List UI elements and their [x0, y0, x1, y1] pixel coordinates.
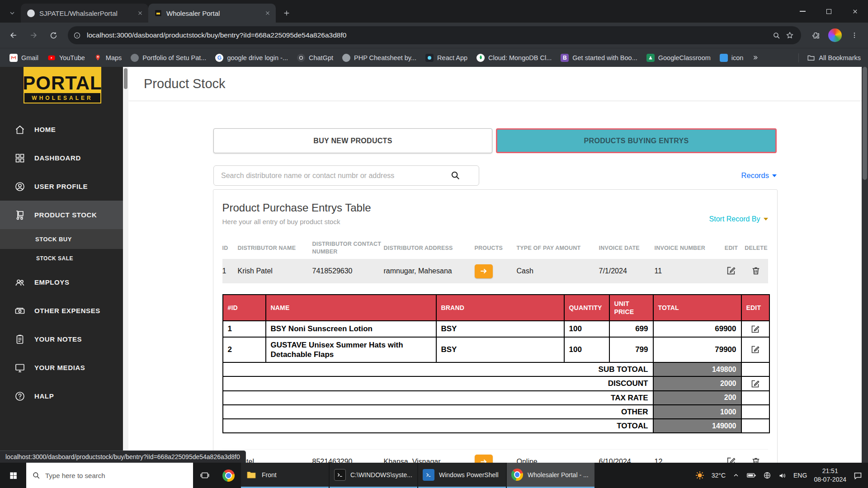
globe-favicon: [342, 54, 350, 62]
action-center-icon[interactable]: [853, 471, 863, 480]
page-scrollbar-track[interactable]: [862, 67, 868, 463]
taskbar-search[interactable]: Type here to search: [26, 463, 193, 488]
page-scrollbar-thumb[interactable]: [863, 67, 867, 180]
bookmark-icon[interactable]: icon: [716, 52, 748, 64]
bookmark-gmail[interactable]: Gmail: [5, 52, 42, 64]
battery-icon[interactable]: [746, 470, 756, 480]
content-scrollbar-thumb[interactable]: [124, 68, 127, 89]
github-favicon: [27, 9, 35, 17]
show-products-button[interactable]: [475, 455, 493, 463]
sidebar-item-your-notes[interactable]: YOUR NOTES: [0, 325, 123, 353]
sidebar-item-user-profile[interactable]: USER PROFILE: [0, 172, 123, 201]
edit-icon[interactable]: [726, 266, 737, 277]
temperature-label[interactable]: 32°C: [712, 472, 726, 479]
taskbar-app-file-explorer[interactable]: Front: [241, 463, 329, 488]
weather-icon[interactable]: [695, 470, 705, 480]
language-indicator[interactable]: ENG: [793, 472, 807, 479]
sidebar-item-employs[interactable]: EMPLOYS: [0, 268, 123, 296]
card-header: Product Purchase Entrys Table Here your …: [222, 202, 768, 225]
maps-favicon: [94, 54, 102, 62]
site-info-icon[interactable]: [70, 28, 84, 42]
taskbar-app-wholesaler-portal[interactable]: Wholesaler Portal - ...: [507, 463, 594, 488]
menu-kebab-icon[interactable]: [845, 26, 863, 44]
back-button[interactable]: [5, 26, 23, 44]
bookmark-google-drive[interactable]: google drive login -...: [211, 52, 292, 64]
task-view-button[interactable]: [193, 463, 217, 488]
bookmark-mongodb[interactable]: Cloud: MongoDB Cl...: [472, 52, 556, 64]
zoom-icon[interactable]: [769, 28, 783, 42]
bookmark-maps[interactable]: Maps: [90, 52, 126, 64]
hand-truck-icon: [14, 210, 25, 221]
volume-icon[interactable]: [778, 471, 787, 480]
search-input[interactable]: [213, 165, 479, 186]
logo-title: PORTAL: [24, 67, 101, 92]
sidebar-item-stock-buy[interactable]: STOCK BUY: [0, 229, 123, 249]
sidebar-item-stock-sale[interactable]: STOCK SALE: [0, 249, 123, 268]
tab-search-chevron-icon[interactable]: [4, 4, 21, 23]
reload-button[interactable]: [44, 26, 62, 44]
profile-avatar[interactable]: [828, 28, 842, 42]
chrome-pinned-icon[interactable]: [217, 463, 240, 488]
bookmark-chatgpt[interactable]: ChatGpt: [293, 52, 337, 64]
chatgpt-favicon: [297, 54, 305, 62]
edit-icon[interactable]: [741, 376, 769, 390]
tab-wholesaler-portal[interactable]: Wholesaler Portal: [148, 4, 276, 23]
content-scrollbar-track[interactable]: [123, 67, 128, 463]
network-globe-icon[interactable]: [763, 471, 771, 479]
chevron-up-icon[interactable]: [732, 472, 740, 479]
extensions-icon[interactable]: [807, 26, 825, 44]
delete-icon[interactable]: [751, 266, 762, 277]
status-url-tooltip: localhost:3000/dasboard/productstock/buy…: [0, 450, 246, 463]
sidebar-item-product-stock[interactable]: PRODUCT STOCK: [0, 201, 123, 229]
divider: [798, 53, 799, 62]
bookmarks-overflow-chevron[interactable]: [748, 54, 762, 61]
bookmark-bootstrap[interactable]: Get started with Boo...: [557, 52, 641, 64]
bookmark-google-classroom[interactable]: GoogleClassroom: [642, 52, 715, 64]
tab-title: SJPATEL/WhalsalerPortal: [39, 9, 131, 17]
buy-new-products-button[interactable]: BUY NEW PRODUCTS: [213, 128, 492, 153]
search-icon[interactable]: [450, 170, 460, 180]
maximize-button[interactable]: [816, 0, 842, 23]
portal-logo: PORTAL WHOLESALER: [24, 67, 101, 103]
tab-close-icon[interactable]: [263, 9, 272, 18]
edit-icon[interactable]: [741, 321, 769, 337]
sidebar-item-your-medias[interactable]: YOUR MEDIAS: [0, 353, 123, 382]
start-button[interactable]: [0, 463, 26, 488]
sidebar-item-halp[interactable]: HALP: [0, 382, 123, 410]
sidebar: PORTAL WHOLESALER HOME DASHBOARD USER PR…: [0, 67, 123, 463]
sidebar-item-other-expenses[interactable]: OTHER EXPENSES: [0, 296, 123, 325]
bookmark-portfolio[interactable]: Portfolio of Setu Pat...: [127, 52, 210, 64]
bookmark-youtube[interactable]: YouTube: [43, 52, 89, 64]
summary-row: OTHER 1000: [223, 405, 769, 419]
google-favicon: [215, 54, 223, 62]
taskbar-app-cmd[interactable]: C:\WINDOWS\syste...: [330, 463, 417, 488]
show-products-button[interactable]: [475, 264, 493, 278]
new-tab-button[interactable]: [278, 5, 295, 21]
bookmark-react-app[interactable]: React App: [421, 52, 472, 64]
minimize-button[interactable]: [789, 0, 816, 23]
close-button[interactable]: [842, 0, 868, 23]
browser-toolbar: localhost:3000/dasboard/productstock/buy…: [0, 23, 868, 48]
powershell-icon: [423, 469, 434, 481]
records-dropdown[interactable]: Records: [741, 171, 777, 180]
products-buying-entries-button[interactable]: PRODUCTS BUYING ENTRYS: [496, 128, 777, 153]
bookmark-star-icon[interactable]: [783, 28, 797, 42]
sort-record-dropdown[interactable]: Stort Record By: [709, 215, 768, 223]
forward-button[interactable]: [24, 26, 42, 44]
all-bookmarks-button[interactable]: All Bookmarks: [794, 53, 863, 62]
tab-github-repo[interactable]: SJPATEL/WhalsalerPortal: [21, 4, 148, 23]
sidebar-item-dashboard[interactable]: DASHBOARD: [0, 144, 123, 172]
bookmark-php-cheatsheet[interactable]: PHP Cheatsheet by...: [338, 52, 420, 64]
user-icon: [14, 181, 25, 192]
summary-row: DISCOUNT 2000: [223, 376, 769, 390]
logo-subtitle: WHOLESALER: [24, 92, 101, 103]
product-detail-table: #ID NAME BRAND QUANTITY UNIT PRICE TOTAL…: [222, 294, 770, 433]
edit-icon[interactable]: [741, 337, 769, 363]
delete-icon[interactable]: [751, 456, 762, 463]
tab-close-icon[interactable]: [136, 9, 145, 18]
sidebar-item-home[interactable]: HOME: [0, 115, 123, 144]
address-bar[interactable]: localhost:3000/dasboard/productstock/buy…: [68, 26, 801, 44]
taskbar-clock[interactable]: 21:51 08-07-2024: [814, 467, 846, 484]
edit-icon[interactable]: [726, 456, 737, 463]
taskbar-app-powershell[interactable]: Windows PowerShell: [418, 463, 506, 488]
